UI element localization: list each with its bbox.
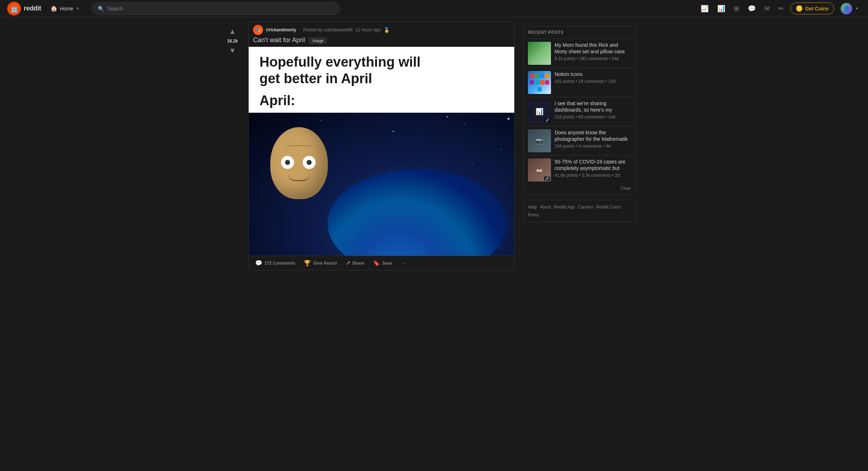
recent-post-item[interactable]: My Mom found this Rick and Morty sheet s…: [524, 39, 635, 68]
home-icon: 🏠: [50, 5, 58, 12]
subreddit-name[interactable]: r/rickandmorty: [266, 27, 296, 32]
thumb-overlay-5: 🔗: [544, 176, 550, 181]
more-options-button[interactable]: ···: [397, 258, 409, 269]
share-button[interactable]: ↗ Share: [342, 257, 368, 269]
home-label: Home: [60, 6, 73, 12]
chat-icon[interactable]: 💬: [746, 3, 758, 15]
chart-icon[interactable]: 📊: [715, 3, 727, 15]
recent-post-meta-4: 164 points • 0 comments • 9d: [555, 144, 631, 149]
clear-button[interactable]: Clear: [524, 184, 635, 194]
vote-column: ▲ 16.2k ▼: [225, 22, 240, 270]
save-label: Save: [382, 261, 392, 266]
trending-icon[interactable]: 📈: [699, 3, 711, 15]
comments-icon: 💬: [255, 260, 262, 266]
footer-links-card: Help About Reddit App Careers Reddit Coi…: [523, 200, 636, 222]
meme-line-3: April:: [259, 93, 503, 109]
recent-post-item[interactable]: 📷 Does anyone know the photographer for …: [524, 126, 635, 155]
recent-post-info-4: Does anyone know the photographer for th…: [555, 129, 631, 152]
share-label: Share: [352, 261, 364, 266]
subreddit-avatar: 🎭: [253, 25, 263, 35]
page-layout: ▲ 16.2k ▼ 🎭 r/rickandmorty · Posted by u…: [218, 0, 650, 270]
post-flair[interactable]: Image: [309, 37, 327, 44]
post-image: Hopefully everything will get better in …: [249, 47, 514, 256]
post-thumbnail-4: 📷: [528, 129, 551, 152]
user-avatar: 👤: [841, 3, 852, 14]
recent-post-meta-1: 9.1k points • 183 comments • 24d: [555, 56, 631, 61]
avatar-button[interactable]: 👤 ▼: [838, 1, 861, 16]
morty-pupil-left: [285, 160, 290, 165]
footer-link-coins[interactable]: Reddit Coins: [596, 205, 621, 210]
downvote-button[interactable]: ▼: [227, 45, 238, 56]
coin-icon: 🪙: [796, 5, 803, 12]
award-badge-icon: 🏅: [384, 27, 390, 33]
get-coins-button[interactable]: 🪙 Get Coins: [790, 3, 834, 14]
thumb-overlay-3: 🔗: [544, 118, 550, 122]
recent-post-title-4: Does anyone know the photographer for th…: [555, 129, 631, 142]
award-icon: 🏆: [304, 260, 311, 266]
footer-link-press[interactable]: Press: [528, 212, 539, 217]
post-thumbnail-5: 🏘 🔗: [528, 158, 551, 181]
search-input[interactable]: [107, 6, 334, 12]
recent-post-meta-5: 41.6k points • 3.3k comments • 2d: [555, 173, 631, 178]
avatar-chevron-icon: ▼: [855, 6, 859, 10]
footer-link-app[interactable]: Reddit App: [554, 205, 575, 210]
comments-label: 172 Comments: [265, 261, 295, 266]
recent-post-title-1: My Mom found this Rick and Morty sheet s…: [555, 42, 631, 55]
meme-area: Hopefully everything will get better in …: [249, 47, 514, 256]
sidebar: RECENT POSTS My Mom found this Rick and …: [523, 22, 636, 270]
post-thumbnail-2: [528, 71, 551, 94]
morty-eye-right: [303, 156, 316, 169]
morty-eye-left: [281, 156, 294, 169]
navbar: 🤖 reddit 🏠 Home ▼ 🔍 📈 📊 ⊞ 💬 ✉ ✏ 🪙 Get Co…: [0, 0, 868, 17]
post-header: 🎭 r/rickandmorty · Posted by u/afzalsaye…: [249, 22, 514, 36]
recent-post-title-5: 50-75% of COVID-19 cases are completely …: [555, 158, 631, 171]
mail-icon[interactable]: ✉: [762, 3, 772, 15]
meme-line-2: get better in April: [259, 71, 503, 87]
post-title-area: Can't wait for April Image: [249, 36, 514, 47]
post-thumbnail-3: 📊 🔗: [528, 100, 551, 123]
upvote-button[interactable]: ▲: [227, 26, 238, 37]
meme-text: Hopefully everything will get better in …: [249, 47, 514, 113]
give-award-label: Give Award: [313, 261, 336, 266]
comments-button[interactable]: 💬 172 Comments: [252, 257, 299, 269]
post-meta-by: ·: [299, 27, 300, 32]
recent-post-meta-3: 218 points • 69 comments • 14d: [555, 115, 631, 120]
search-bar[interactable]: 🔍: [92, 2, 340, 15]
get-coins-label: Get Coins: [805, 6, 829, 12]
post-actions: 💬 172 Comments 🏆 Give Award ↗ Share 🔖 Sa…: [249, 256, 514, 270]
vote-count: 16.2k: [227, 39, 238, 44]
posted-by: Posted by u/afzalsayed96: [303, 27, 352, 32]
reddit-logo[interactable]: 🤖 reddit: [7, 2, 41, 15]
time-ago: 11 hours ago: [356, 27, 381, 32]
recent-post-item[interactable]: Notion Icons 181 points • 19 comments • …: [524, 68, 635, 97]
footer-links: Help About Reddit App Careers Reddit Coi…: [524, 200, 635, 222]
reddit-logo-icon: 🤖: [7, 2, 21, 15]
morty-character: [270, 127, 335, 206]
recent-post-item[interactable]: 🏘 🔗 50-75% of COVID-19 cases are complet…: [524, 155, 635, 184]
home-nav-item[interactable]: 🏠 Home ▼: [47, 3, 83, 14]
share-icon: ↗: [345, 260, 350, 266]
post-card: 🎭 r/rickandmorty · Posted by u/afzalsaye…: [248, 22, 515, 270]
footer-link-help[interactable]: Help: [528, 205, 537, 210]
footer-link-careers[interactable]: Careers: [578, 205, 593, 210]
morty-face: [270, 127, 328, 199]
recent-post-info-5: 50-75% of COVID-19 cases are completely …: [555, 158, 631, 181]
communities-icon[interactable]: ⊞: [732, 3, 741, 15]
main-content: 🎭 r/rickandmorty · Posted by u/afzalsaye…: [248, 22, 515, 270]
recent-posts-card: RECENT POSTS My Mom found this Rick and …: [523, 26, 636, 194]
chevron-down-icon: ▼: [76, 6, 80, 10]
recent-post-info-1: My Mom found this Rick and Morty sheet s…: [555, 42, 631, 65]
morty-mouth: [288, 174, 310, 181]
edit-icon[interactable]: ✏: [776, 3, 786, 15]
post-thumbnail-1: [528, 42, 551, 65]
search-icon: 🔍: [98, 6, 104, 12]
recent-post-item[interactable]: 📊 🔗 I see that we're sharing dashboards,…: [524, 97, 635, 126]
save-button[interactable]: 🔖 Save: [369, 257, 396, 269]
footer-link-about[interactable]: About: [540, 205, 551, 210]
meme-line-1: Hopefully everything will: [259, 54, 503, 71]
morty-wrinkle: [285, 145, 313, 149]
recent-posts-header: RECENT POSTS: [524, 26, 635, 39]
give-award-button[interactable]: 🏆 Give Award: [300, 257, 340, 269]
recent-post-info-3: I see that we're sharing dashboards, so …: [555, 100, 631, 123]
meme-visual: [249, 113, 514, 256]
